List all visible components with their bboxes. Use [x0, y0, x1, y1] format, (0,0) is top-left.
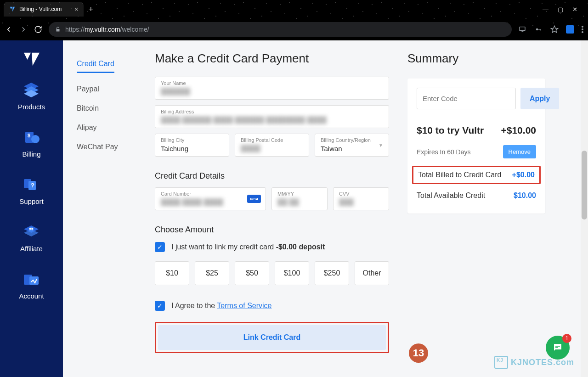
back-button[interactable]	[5, 25, 13, 34]
avail-value: $10.00	[514, 191, 536, 200]
country-field[interactable]: Billing Country/Region ▼	[315, 134, 389, 157]
name-input[interactable]	[155, 77, 389, 99]
summary-heading: Summary	[407, 51, 545, 66]
amount-10[interactable]: $10	[155, 261, 189, 285]
sidebar-label: Support	[19, 197, 44, 205]
vultr-logo-icon[interactable]	[23, 51, 40, 67]
payment-method-nav: Credit Card Paypal Bitcoin Alipay WeChat…	[63, 40, 155, 377]
minimize-button[interactable]: —	[543, 6, 548, 13]
amount-other[interactable]: Other	[355, 261, 389, 285]
app-root: Products $ Billing ? Support Affiliate A…	[0, 40, 588, 377]
sidebar-item-products[interactable]: Products	[18, 77, 45, 114]
watermark: KJNOTES.com	[494, 356, 574, 369]
maximize-button[interactable]: ▢	[558, 6, 563, 13]
menu-icon[interactable]	[582, 26, 583, 33]
browser-chrome: Billing - Vultr.com × + — ▢ ✕ https://my…	[0, 0, 588, 40]
tos-checkbox[interactable]: ✓	[155, 301, 165, 311]
svg-point-4	[582, 31, 583, 33]
sidebar-item-account[interactable]: Account	[19, 266, 44, 304]
tab-credit-card[interactable]: Credit Card	[77, 54, 114, 73]
account-icon	[21, 270, 41, 288]
new-tab-button[interactable]: +	[88, 5, 93, 14]
url-input[interactable]: https://my.vultr.com/welcome/	[49, 22, 512, 37]
svg-text:$: $	[28, 133, 30, 138]
amount-250[interactable]: $250	[315, 261, 349, 285]
postal-field[interactable]: Billing Postal Code	[235, 134, 309, 157]
bookmark-star-icon[interactable]	[550, 25, 559, 34]
tab-close-icon[interactable]: ×	[74, 6, 78, 13]
sidebar-label: Billing	[22, 150, 40, 158]
promo-expires-row: Expires In 60 Days Remove	[417, 141, 536, 163]
expiry-input[interactable]	[272, 188, 327, 210]
city-label: Billing City	[161, 137, 184, 143]
extension-icon[interactable]	[566, 25, 574, 34]
submit-highlight: Link Credit Card	[155, 322, 389, 353]
sidebar-label: Affiliate	[20, 245, 43, 253]
sidebar-item-affiliate[interactable]: Affiliate	[20, 219, 43, 256]
payment-form: Make a Credit Card Payment Your Name Bil…	[155, 40, 403, 377]
svg-rect-0	[520, 27, 525, 31]
remove-button[interactable]: Remove	[503, 145, 536, 158]
promo-row: Apply	[417, 88, 536, 109]
billed-value: +$0.00	[512, 171, 535, 179]
tab-wechat-pay[interactable]: WeChat Pay	[77, 137, 141, 157]
close-window-button[interactable]: ✕	[572, 6, 577, 13]
promo-summary-row: $10 to try Vultr +$10.00	[417, 120, 536, 141]
expiry-field[interactable]: MM/YY	[271, 187, 328, 210]
amount-100[interactable]: $100	[275, 261, 309, 285]
address-input[interactable]	[155, 106, 389, 128]
address-bar: https://my.vultr.com/welcome/	[0, 18, 588, 40]
amount-50[interactable]: $50	[235, 261, 269, 285]
postal-input[interactable]	[235, 134, 309, 156]
card-number-field[interactable]: Card Number VISA	[155, 187, 266, 210]
link-card-button[interactable]: Link Credit Card	[158, 325, 386, 350]
tos-label: I Agree to the Terms of Service	[171, 302, 271, 310]
affiliate-icon	[21, 223, 41, 241]
tab-bitcoin[interactable]: Bitcoin	[77, 99, 141, 118]
browser-tab[interactable]: Billing - Vultr.com ×	[4, 2, 84, 17]
key-icon[interactable]	[534, 26, 543, 33]
watermark-icon	[494, 356, 508, 369]
country-label: Billing Country/Region	[321, 137, 371, 143]
apply-button[interactable]: Apply	[520, 88, 559, 109]
content-area: Credit Card Paypal Bitcoin Alipay WeChat…	[63, 40, 588, 377]
avail-label: Total Available Credit	[417, 191, 485, 200]
scrollbar[interactable]	[581, 40, 588, 377]
tab-title: Billing - Vultr.com	[19, 6, 62, 12]
tab-favicon-icon	[9, 6, 16, 12]
svg-point-6	[31, 135, 40, 143]
link-only-label: I just want to link my credit card -$0.0…	[171, 243, 325, 251]
sidebar-item-support[interactable]: ? Support	[19, 172, 44, 209]
link-only-checkbox[interactable]: ✓	[155, 242, 165, 252]
reload-button[interactable]	[34, 25, 42, 34]
address-field[interactable]: Billing Address	[155, 105, 389, 128]
desktop-icon[interactable]	[518, 26, 526, 33]
tos-link[interactable]: Terms of Service	[217, 302, 271, 309]
promo-value: +$10.00	[501, 125, 537, 136]
form-heading: Make a Credit Card Payment	[155, 51, 389, 66]
svg-text:?: ?	[31, 182, 34, 189]
forward-button[interactable]	[19, 25, 28, 34]
tab-paypal[interactable]: Paypal	[77, 79, 141, 99]
lock-icon	[55, 27, 61, 32]
cvv-input[interactable]	[334, 188, 389, 210]
svg-point-3	[582, 28, 583, 30]
primary-sidebar: Products $ Billing ? Support Affiliate A…	[0, 40, 63, 377]
summary-panel: Summary Apply $10 to try Vultr +$10.00 E…	[403, 40, 559, 377]
cvv-field[interactable]: CVV	[333, 187, 389, 210]
promo-title: $10 to try Vultr	[417, 125, 484, 136]
products-icon	[21, 81, 41, 99]
scrollbar-thumb[interactable]	[582, 151, 587, 219]
sidebar-item-billing[interactable]: $ Billing	[22, 124, 42, 162]
promo-code-input[interactable]	[417, 88, 516, 109]
link-only-row: ✓ I just want to link my credit card -$0…	[155, 242, 389, 252]
name-field[interactable]: Your Name	[155, 77, 389, 100]
amount-25[interactable]: $25	[195, 261, 229, 285]
available-credit-row: Total Available Credit $10.00	[417, 187, 536, 204]
url-text: https://my.vultr.com/welcome/	[65, 26, 149, 33]
sidebar-label: Account	[19, 292, 44, 300]
tab-alipay[interactable]: Alipay	[77, 118, 141, 137]
promo-expires: Expires In 60 Days	[417, 148, 471, 156]
billed-row-highlight: Total Billed to Credit Card +$0.00	[412, 166, 541, 184]
city-field[interactable]: Billing City	[155, 134, 229, 157]
